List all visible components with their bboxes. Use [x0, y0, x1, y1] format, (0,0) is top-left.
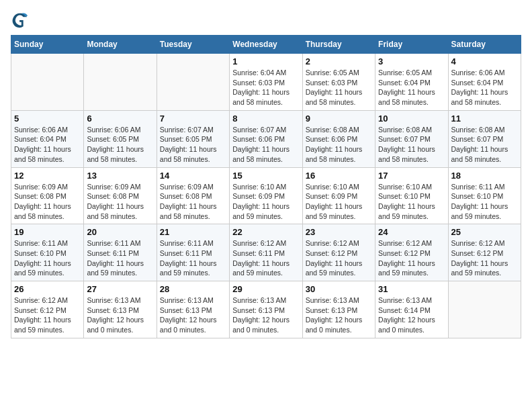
day-info: Sunrise: 6:13 AMSunset: 6:13 PMDaylight:… — [306, 295, 372, 335]
day-number: 22 — [232, 227, 299, 237]
day-info: Sunrise: 6:11 AMSunset: 6:11 PMDaylight:… — [87, 238, 153, 278]
day-number: 6 — [87, 113, 153, 124]
calendar-cell — [157, 54, 229, 111]
day-info: Sunrise: 6:08 AMSunset: 6:07 PMDaylight:… — [451, 125, 518, 165]
day-info: Sunrise: 6:13 AMSunset: 6:13 PMDaylight:… — [160, 295, 226, 335]
day-info: Sunrise: 6:09 AMSunset: 6:08 PMDaylight:… — [87, 182, 153, 222]
calendar-week-row: 12Sunrise: 6:09 AMSunset: 6:08 PMDayligh… — [11, 167, 521, 224]
calendar-cell: 10Sunrise: 6:08 AMSunset: 6:07 PMDayligh… — [375, 110, 448, 167]
weekday-header: Tuesday — [157, 36, 229, 54]
day-number: 7 — [160, 113, 226, 124]
calendar-cell: 23Sunrise: 6:12 AMSunset: 6:12 PMDayligh… — [302, 224, 375, 281]
calendar-table: SundayMondayTuesdayWednesdayThursdayFrid… — [11, 35, 521, 338]
calendar-cell: 21Sunrise: 6:11 AMSunset: 6:11 PMDayligh… — [157, 224, 229, 281]
day-number: 8 — [232, 113, 299, 124]
day-number: 27 — [87, 284, 153, 294]
calendar-cell: 3Sunrise: 6:05 AMSunset: 6:04 PMDaylight… — [375, 54, 448, 111]
day-info: Sunrise: 6:10 AMSunset: 6:10 PMDaylight:… — [378, 182, 445, 222]
calendar-cell: 16Sunrise: 6:10 AMSunset: 6:09 PMDayligh… — [302, 167, 375, 224]
calendar-cell: 2Sunrise: 6:05 AMSunset: 6:03 PMDaylight… — [302, 54, 375, 111]
day-info: Sunrise: 6:09 AMSunset: 6:08 PMDaylight:… — [160, 182, 226, 222]
calendar-cell: 4Sunrise: 6:06 AMSunset: 6:04 PMDaylight… — [448, 54, 521, 111]
day-number: 9 — [306, 113, 372, 124]
day-number: 1 — [232, 56, 299, 66]
day-number: 12 — [14, 171, 81, 181]
calendar-cell: 8Sunrise: 6:07 AMSunset: 6:06 PMDaylight… — [230, 110, 302, 167]
calendar-cell — [11, 54, 84, 111]
calendar-cell: 29Sunrise: 6:13 AMSunset: 6:13 PMDayligh… — [230, 281, 302, 338]
day-number: 13 — [87, 171, 153, 181]
day-info: Sunrise: 6:11 AMSunset: 6:10 PMDaylight:… — [451, 182, 518, 222]
calendar-cell: 19Sunrise: 6:11 AMSunset: 6:10 PMDayligh… — [11, 224, 84, 281]
weekday-header: Sunday — [11, 36, 84, 54]
day-number: 18 — [451, 171, 518, 181]
day-number: 4 — [451, 56, 518, 66]
day-info: Sunrise: 6:08 AMSunset: 6:06 PMDaylight:… — [306, 125, 372, 165]
day-info: Sunrise: 6:12 AMSunset: 6:12 PMDaylight:… — [451, 238, 518, 278]
calendar-cell — [448, 281, 521, 338]
day-info: Sunrise: 6:12 AMSunset: 6:12 PMDaylight:… — [306, 238, 372, 278]
day-number: 23 — [306, 227, 372, 237]
calendar-week-row: 26Sunrise: 6:12 AMSunset: 6:12 PMDayligh… — [11, 281, 521, 338]
day-info: Sunrise: 6:13 AMSunset: 6:13 PMDaylight:… — [87, 295, 153, 335]
calendar-cell: 13Sunrise: 6:09 AMSunset: 6:08 PMDayligh… — [84, 167, 157, 224]
logo-icon — [11, 11, 30, 30]
day-info: Sunrise: 6:11 AMSunset: 6:10 PMDaylight:… — [14, 238, 81, 278]
weekday-header: Wednesday — [230, 36, 302, 54]
weekday-header: Monday — [84, 36, 157, 54]
day-info: Sunrise: 6:04 AMSunset: 6:03 PMDaylight:… — [232, 68, 299, 107]
calendar-week-row: 5Sunrise: 6:06 AMSunset: 6:04 PMDaylight… — [11, 110, 521, 167]
day-number: 25 — [451, 227, 518, 237]
day-number: 3 — [378, 56, 445, 66]
calendar-week-row: 19Sunrise: 6:11 AMSunset: 6:10 PMDayligh… — [11, 224, 521, 281]
day-number: 26 — [14, 284, 81, 294]
day-number: 10 — [378, 113, 445, 124]
day-number: 5 — [14, 113, 81, 124]
weekday-header: Thursday — [302, 36, 375, 54]
calendar-cell: 26Sunrise: 6:12 AMSunset: 6:12 PMDayligh… — [11, 281, 84, 338]
weekday-header: Friday — [375, 36, 448, 54]
calendar-cell: 31Sunrise: 6:13 AMSunset: 6:14 PMDayligh… — [375, 281, 448, 338]
day-info: Sunrise: 6:10 AMSunset: 6:09 PMDaylight:… — [306, 182, 372, 222]
day-number: 20 — [87, 227, 153, 237]
weekday-header-row: SundayMondayTuesdayWednesdayThursdayFrid… — [11, 36, 521, 54]
day-info: Sunrise: 6:06 AMSunset: 6:04 PMDaylight:… — [14, 125, 81, 165]
calendar-cell: 14Sunrise: 6:09 AMSunset: 6:08 PMDayligh… — [157, 167, 229, 224]
calendar-cell: 28Sunrise: 6:13 AMSunset: 6:13 PMDayligh… — [157, 281, 229, 338]
day-info: Sunrise: 6:11 AMSunset: 6:11 PMDaylight:… — [160, 238, 226, 278]
logo — [11, 11, 32, 30]
calendar-cell — [84, 54, 157, 111]
day-info: Sunrise: 6:06 AMSunset: 6:04 PMDaylight:… — [451, 68, 518, 107]
day-info: Sunrise: 6:06 AMSunset: 6:05 PMDaylight:… — [87, 125, 153, 165]
day-number: 14 — [160, 171, 226, 181]
calendar-cell: 15Sunrise: 6:10 AMSunset: 6:09 PMDayligh… — [230, 167, 302, 224]
day-number: 11 — [451, 113, 518, 124]
calendar-cell: 24Sunrise: 6:12 AMSunset: 6:12 PMDayligh… — [375, 224, 448, 281]
day-number: 21 — [160, 227, 226, 237]
day-info: Sunrise: 6:08 AMSunset: 6:07 PMDaylight:… — [378, 125, 445, 165]
day-number: 15 — [232, 171, 299, 181]
day-info: Sunrise: 6:10 AMSunset: 6:09 PMDaylight:… — [232, 182, 299, 222]
day-number: 30 — [306, 284, 372, 294]
day-info: Sunrise: 6:05 AMSunset: 6:03 PMDaylight:… — [306, 68, 372, 107]
calendar-week-row: 1Sunrise: 6:04 AMSunset: 6:03 PMDaylight… — [11, 54, 521, 111]
calendar-cell: 1Sunrise: 6:04 AMSunset: 6:03 PMDaylight… — [230, 54, 302, 111]
day-number: 29 — [232, 284, 299, 294]
day-number: 16 — [306, 171, 372, 181]
page-header — [11, 11, 521, 30]
calendar-cell: 9Sunrise: 6:08 AMSunset: 6:06 PMDaylight… — [302, 110, 375, 167]
calendar-cell: 7Sunrise: 6:07 AMSunset: 6:05 PMDaylight… — [157, 110, 229, 167]
calendar-cell: 11Sunrise: 6:08 AMSunset: 6:07 PMDayligh… — [448, 110, 521, 167]
day-info: Sunrise: 6:13 AMSunset: 6:14 PMDaylight:… — [378, 295, 445, 335]
calendar-cell: 27Sunrise: 6:13 AMSunset: 6:13 PMDayligh… — [84, 281, 157, 338]
day-number: 2 — [306, 56, 372, 66]
calendar-cell: 25Sunrise: 6:12 AMSunset: 6:12 PMDayligh… — [448, 224, 521, 281]
calendar-cell: 30Sunrise: 6:13 AMSunset: 6:13 PMDayligh… — [302, 281, 375, 338]
day-info: Sunrise: 6:09 AMSunset: 6:08 PMDaylight:… — [14, 182, 81, 222]
day-info: Sunrise: 6:12 AMSunset: 6:12 PMDaylight:… — [14, 295, 81, 335]
day-info: Sunrise: 6:05 AMSunset: 6:04 PMDaylight:… — [378, 68, 445, 107]
calendar-cell: 20Sunrise: 6:11 AMSunset: 6:11 PMDayligh… — [84, 224, 157, 281]
day-number: 17 — [378, 171, 445, 181]
day-info: Sunrise: 6:07 AMSunset: 6:06 PMDaylight:… — [232, 125, 299, 165]
day-number: 19 — [14, 227, 81, 237]
